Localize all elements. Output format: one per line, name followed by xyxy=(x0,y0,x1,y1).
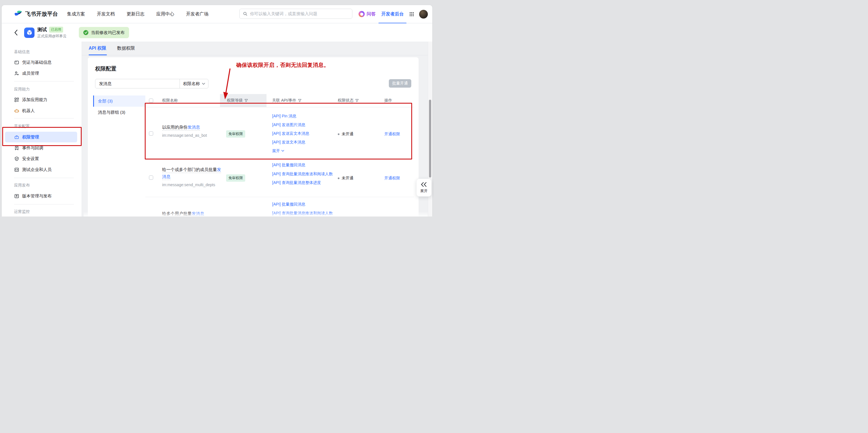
row-checkbox[interactable] xyxy=(149,175,153,180)
level-badge: 免审权限 xyxy=(226,130,245,138)
status-cell: 未开通 xyxy=(338,176,353,181)
permission-code: im:message:send_as_bot xyxy=(162,133,222,138)
header-permission-level: 权限等级 xyxy=(227,94,248,107)
permission-name-link[interactable]: 给一个或多个部门的成员批量发消息 xyxy=(162,167,221,180)
top-navbar: 飞书开放平台 集成方案 开发文档 更新日志 应用中心 开发者广场 你可以输入关键… xyxy=(2,5,432,23)
browser-window: 飞书开放平台 集成方案 开发文档 更新日志 应用中心 开发者广场 你可以输入关键… xyxy=(2,5,432,216)
sidebar-item-events[interactable]: 事件与回调 xyxy=(14,145,43,151)
grid-plus-icon xyxy=(14,97,19,102)
api-link[interactable]: [API] 发送富文本消息 xyxy=(272,129,333,138)
permission-name-link[interactable]: 以应用的身份发消息 xyxy=(162,125,200,131)
qa-label: 问答 xyxy=(367,11,376,17)
expand-api-list-link[interactable]: 展开 xyxy=(272,147,333,155)
publish-status-pill: 当前修改均已发布 xyxy=(79,27,129,38)
chevron-down-icon xyxy=(281,150,284,152)
sidebar-item-credentials[interactable]: 凭证与基础信息 xyxy=(14,59,52,66)
api-list: [API] 批量撤回消息 [API] 查询批量消息推送和阅读人数 xyxy=(272,200,333,216)
permission-tabs: API 权限 数据权限 xyxy=(82,41,432,55)
sidebar-item-security[interactable]: 安全设置 xyxy=(14,155,39,162)
global-search-input[interactable]: 你可以输入关键词，或直接输入问题 xyxy=(239,9,352,19)
navbar-right: 问答 开发者后台 xyxy=(359,5,428,23)
api-link[interactable]: [API] Pin 消息 xyxy=(272,112,333,120)
user-avatar[interactable] xyxy=(419,10,428,19)
shield-check-icon xyxy=(14,156,19,161)
sidebar-item-version-release[interactable]: 版本管理与发布 xyxy=(14,193,52,199)
api-link[interactable]: [API] 发送图片消息 xyxy=(272,120,333,129)
nav-link-solutions[interactable]: 集成方案 xyxy=(67,11,85,17)
api-link[interactable]: [API] 批量撤回消息 xyxy=(272,200,333,209)
app-name: 测试 xyxy=(37,26,47,33)
filter-funnel-icon[interactable] xyxy=(244,99,248,102)
sidebar-divider xyxy=(14,204,74,204)
table-row: 给多个用户批量发消息 [API] 批量撤回消息 [API] 查询批量消息推送和阅… xyxy=(145,197,414,216)
api-link[interactable]: [API] 发送文本消息 xyxy=(272,138,333,147)
page-title: 权限配置 xyxy=(95,65,117,73)
api-link[interactable]: [API] 查询批量消息整体进度 xyxy=(272,178,333,187)
api-list: [API] Pin 消息 [API] 发送图片消息 [API] 发送富文本消息 … xyxy=(272,112,333,155)
qa-link[interactable]: 问答 xyxy=(359,11,376,17)
table-header: 权限名称 权限等级 关联 API/事件 xyxy=(145,94,414,107)
api-list: [API] 批量撤回消息 [API] 查询批量消息推送和阅读人数 [API] 查… xyxy=(272,161,333,187)
filter-funnel-icon[interactable] xyxy=(298,99,302,102)
filter-funnel-icon[interactable] xyxy=(355,99,359,102)
sidebar-item-members[interactable]: 成员管理 xyxy=(14,70,39,77)
sidebar-item-permissions[interactable]: 权限管理 xyxy=(5,132,77,142)
permission-search-group: 发消息 权限名称 xyxy=(95,79,209,88)
sidebar-item-test-org[interactable]: 测试企业和人员 xyxy=(14,166,52,173)
nav-link-docs[interactable]: 开发文档 xyxy=(97,11,115,17)
check-circle-icon xyxy=(83,30,88,35)
scrollbar-thumb[interactable] xyxy=(429,100,431,177)
app-meta: 测试 已启用 正式应用@环界云 xyxy=(37,26,66,39)
expand-panel-button[interactable]: 展开 xyxy=(416,179,432,197)
app-subtitle: 正式应用@环界云 xyxy=(37,34,66,39)
permission-search-input[interactable]: 发消息 xyxy=(95,81,180,86)
sidebar-divider xyxy=(14,178,74,178)
table-row: 以应用的身份发消息 im:message:send_as_bot 免审权限 [A… xyxy=(145,107,414,158)
brand-title: 飞书开放平台 xyxy=(25,10,58,18)
permission-name-link[interactable]: 给多个用户批量发消息 xyxy=(162,211,204,216)
apps-grid-icon[interactable] xyxy=(409,12,414,17)
header-related-api: 关联 API/事件 xyxy=(272,94,302,107)
search-filter-select[interactable]: 权限名称 xyxy=(180,81,208,86)
active-tab-underline xyxy=(89,55,107,55)
api-link[interactable]: [API] 查询批量消息推送和阅读人数 xyxy=(272,209,333,216)
sidebar-section-capabilities: 应用能力 xyxy=(14,86,30,92)
sidebar-item-bot[interactable]: 机器人 xyxy=(14,107,35,114)
developer-console-link[interactable]: 开发者后台 xyxy=(381,11,404,17)
header-permission-status: 权限状态 xyxy=(338,94,359,107)
permission-config-card: 权限配置 发消息 权限名称 批量开通 全部 (3) 消息与群组 (3) xyxy=(88,57,418,216)
enable-permission-link[interactable]: 开通权限 xyxy=(384,132,400,137)
nav-link-app-center[interactable]: 应用中心 xyxy=(156,11,174,17)
sidebar-item-add-capability[interactable]: 添加应用能力 xyxy=(14,96,48,103)
status-cell: 未开通 xyxy=(338,132,353,137)
category-message-group[interactable]: 消息与群组 (3) xyxy=(93,107,145,118)
app-cube-icon xyxy=(24,28,34,38)
status-dot-icon xyxy=(338,134,339,135)
double-chevron-left-icon xyxy=(421,182,427,187)
status-dot-icon xyxy=(338,177,339,179)
row-checkbox[interactable] xyxy=(149,132,153,136)
api-link[interactable]: [API] 查询批量消息推送和阅读人数 xyxy=(272,169,333,178)
category-all[interactable]: 全部 (3) xyxy=(93,95,145,107)
back-button[interactable] xyxy=(14,29,18,36)
brand[interactable]: 飞书开放平台 xyxy=(14,5,58,23)
sidebar-section-release: 应用发布 xyxy=(14,182,30,188)
nav-link-changelog[interactable]: 更新日志 xyxy=(126,11,145,17)
permission-code: im:message:send_multi_depts xyxy=(162,182,222,187)
user-plus-icon xyxy=(14,71,19,76)
enable-permission-link[interactable]: 开通权限 xyxy=(384,176,400,181)
batch-enable-button[interactable]: 批量开通 xyxy=(389,79,411,88)
api-link[interactable]: [API] 批量撤回消息 xyxy=(272,161,333,169)
sidebar: 基础信息 凭证与基础信息 成员管理 应用能力 xyxy=(2,41,82,216)
table-row: 给一个或多个部门的成员批量发消息 im:message:send_multi_d… xyxy=(145,158,414,197)
annotation-text: 确保该权限开启，否则无法回复消息。 xyxy=(236,61,329,69)
chevron-down-icon xyxy=(202,83,205,85)
bookmark-plus-icon xyxy=(14,146,19,150)
expand-panel-label: 展开 xyxy=(420,189,428,194)
select-all-checkbox[interactable] xyxy=(149,94,153,107)
credential-card-icon xyxy=(14,60,19,65)
nav-link-dev-plaza[interactable]: 开发者广场 xyxy=(186,11,209,17)
tab-data-permissions[interactable]: 数据权限 xyxy=(117,41,135,55)
tab-api-permissions[interactable]: API 权限 xyxy=(89,41,106,55)
qa-gradient-icon xyxy=(359,11,365,17)
